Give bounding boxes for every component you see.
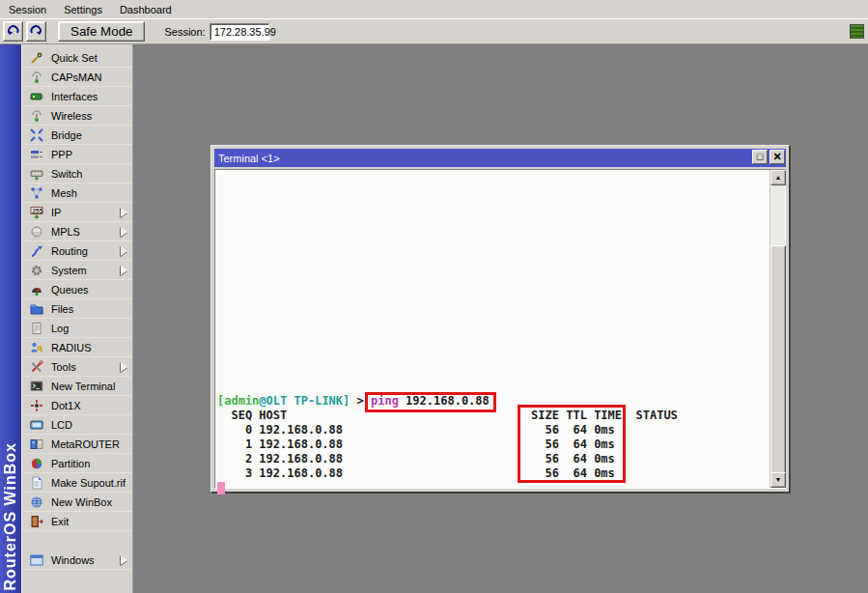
sidebar-item-routing[interactable]: Routing bbox=[23, 241, 132, 261]
sidebar-item-radius[interactable]: RADIUS bbox=[23, 338, 132, 357]
scrollbar-thumb[interactable] bbox=[770, 245, 786, 476]
sidebar-item-mesh[interactable]: Mesh bbox=[23, 184, 132, 203]
sidebar-item-make-supout-rif[interactable]: Make Supout.rif bbox=[23, 473, 132, 493]
sidebar-item-ppp[interactable]: PPP bbox=[23, 145, 132, 164]
windows-icon bbox=[30, 553, 43, 567]
sidebar-item-label: Log bbox=[51, 323, 69, 334]
bridge-icon bbox=[30, 128, 43, 142]
new-winbox-icon bbox=[30, 495, 43, 509]
sidebar-item-new-terminal[interactable]: New Terminal bbox=[23, 377, 132, 396]
sidebar-item-wireless[interactable]: Wireless bbox=[23, 106, 132, 126]
sidebar-item-label: Make Supout.rif bbox=[51, 477, 126, 489]
sidebar-item-label: Files bbox=[51, 303, 73, 315]
connection-indicator-icon bbox=[850, 24, 864, 39]
sidebar-item-partition[interactable]: Partition bbox=[23, 454, 132, 473]
submenu-arrow-icon bbox=[121, 208, 127, 217]
interfaces-icon bbox=[30, 90, 43, 103]
redo-button[interactable] bbox=[26, 21, 46, 42]
redo-icon bbox=[29, 23, 43, 41]
sidebar-item-mpls[interactable]: MPLS bbox=[23, 222, 132, 241]
sidebar: Quick SetCAPsMANInterfacesWirelessBridge… bbox=[21, 44, 133, 593]
queues-icon bbox=[30, 283, 43, 296]
sidebar-item-label: Switch bbox=[51, 168, 82, 180]
sidebar-item-label: Dot1X bbox=[51, 400, 81, 411]
sidebar-item-label: Interfaces bbox=[51, 91, 98, 102]
sidebar-item-label: Exit bbox=[51, 516, 69, 527]
sidebar-item-system[interactable]: System bbox=[23, 261, 132, 280]
session-input[interactable]: 172.28.35.99 bbox=[210, 23, 269, 41]
sidebar-item-label: Quick Set bbox=[51, 52, 98, 64]
menu-item-settings[interactable]: Settings bbox=[55, 1, 111, 18]
sidebar-item-label: IP bbox=[51, 207, 61, 218]
sidebar-item-label: Routing bbox=[51, 245, 88, 257]
scroll-up-icon[interactable]: ▲ bbox=[770, 170, 786, 185]
sidebar-item-label: New Terminal bbox=[51, 381, 115, 392]
sidebar-item-metarouter[interactable]: MetaROUTER bbox=[23, 435, 132, 454]
mpls-icon bbox=[30, 225, 43, 239]
sidebar-item-log[interactable]: Log bbox=[23, 319, 132, 338]
sidebar-item-exit[interactable]: Exit bbox=[23, 512, 132, 531]
sidebar-item-label: RADIUS bbox=[51, 342, 92, 353]
metarouter-icon bbox=[30, 438, 43, 451]
sidebar-item-lcd[interactable]: LCD bbox=[23, 415, 132, 435]
log-icon bbox=[30, 322, 43, 335]
partition-icon bbox=[30, 457, 43, 470]
sidebar-item-label: Bridge bbox=[51, 129, 82, 141]
menu-item-session[interactable]: Session bbox=[0, 1, 55, 18]
sidebar-item-label: LCD bbox=[51, 419, 72, 431]
sidebar-item-label: Tools bbox=[51, 361, 76, 373]
sidebar-item-label: Wireless bbox=[51, 110, 92, 122]
submenu-arrow-icon bbox=[121, 266, 127, 275]
sidebar-item-queues[interactable]: Queues bbox=[23, 280, 132, 299]
terminal-title: Terminal <1> bbox=[218, 153, 280, 164]
terminal-scrollbar[interactable]: ▲ ▼ bbox=[770, 170, 785, 488]
sidebar-item-switch[interactable]: Switch bbox=[23, 164, 132, 184]
submenu-arrow-icon bbox=[121, 227, 127, 237]
maximize-button[interactable]: □ bbox=[752, 150, 768, 164]
sidebar-item-tools[interactable]: Tools bbox=[23, 357, 132, 377]
terminal-content[interactable]: [admin@OLT TP-LINK] > ping 192.168.0.88 … bbox=[214, 169, 786, 489]
sidebar-item-bridge[interactable]: Bridge bbox=[23, 126, 132, 145]
sidebar-item-label: PPP bbox=[51, 149, 72, 160]
submenu-arrow-icon bbox=[121, 246, 127, 256]
wireless-icon bbox=[30, 109, 43, 123]
sidebar-item-label: New WinBox bbox=[51, 496, 112, 508]
sidebar-item-label: Queues bbox=[51, 284, 89, 296]
sidebar-item-windows[interactable]: Windows bbox=[23, 551, 132, 570]
undo-button[interactable] bbox=[3, 21, 23, 42]
scroll-down-icon[interactable]: ▼ bbox=[770, 472, 786, 488]
sidebar-item-quick-set[interactable]: Quick Set bbox=[23, 48, 132, 68]
sidebar-item-label: CAPsMAN bbox=[51, 71, 102, 83]
ppp-icon bbox=[30, 148, 43, 161]
sidebar-item-label: Windows bbox=[51, 554, 95, 566]
menu-bar: SessionSettingsDashboard bbox=[0, 0, 868, 19]
tools-icon bbox=[30, 360, 43, 374]
submenu-arrow-icon bbox=[121, 555, 127, 565]
sidebar-item-ip[interactable]: 255IP bbox=[23, 203, 132, 222]
mesh-icon bbox=[30, 186, 43, 200]
exit-icon bbox=[30, 515, 43, 528]
submenu-arrow-icon bbox=[121, 362, 127, 372]
terminal-window: Terminal <1> □ ✕ [admin@OLT TP-LINK] > p… bbox=[210, 145, 790, 493]
system-icon bbox=[30, 264, 43, 277]
new-terminal-icon bbox=[30, 380, 43, 393]
radius-icon bbox=[30, 341, 43, 354]
close-button[interactable]: ✕ bbox=[770, 150, 785, 164]
sidebar-item-interfaces[interactable]: Interfaces bbox=[23, 87, 132, 106]
lcd-icon bbox=[30, 418, 43, 432]
menu-item-dashboard[interactable]: Dashboard bbox=[111, 1, 181, 18]
sidebar-item-dot1x[interactable]: Dot1X bbox=[23, 396, 132, 415]
sidebar-item-label: Partition bbox=[51, 458, 90, 469]
routing-icon bbox=[30, 244, 43, 258]
sidebar-item-capsman[interactable]: CAPsMAN bbox=[23, 68, 132, 87]
toolbar: Safe Mode Session: 172.28.35.99 bbox=[0, 19, 868, 44]
terminal-cursor bbox=[217, 482, 225, 494]
sidebar-item-files[interactable]: Files bbox=[23, 299, 132, 319]
annotation-box-columns bbox=[518, 405, 626, 483]
sidebar-item-new-winbox[interactable]: New WinBox bbox=[23, 493, 132, 512]
terminal-titlebar[interactable]: Terminal <1> □ ✕ bbox=[214, 149, 786, 167]
sidebar-item-label: Mesh bbox=[51, 187, 77, 199]
svg-text:255: 255 bbox=[32, 207, 42, 213]
annotation-box-command bbox=[365, 392, 496, 412]
safe-mode-button[interactable]: Safe Mode bbox=[58, 21, 145, 42]
